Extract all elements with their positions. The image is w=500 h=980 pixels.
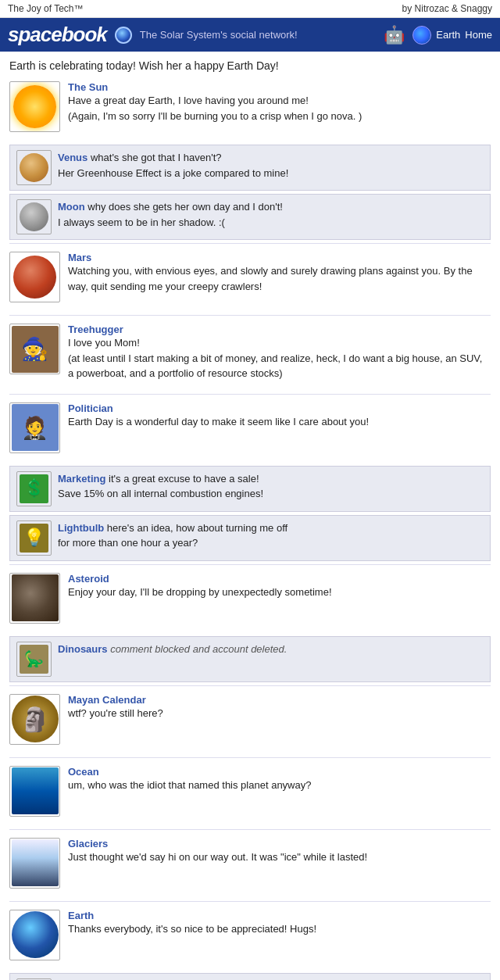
ocean-avatar-img (12, 767, 59, 814)
treehugger-avatar-img: 🧙 (12, 326, 59, 373)
avatar-glaciers (9, 838, 60, 889)
comment-text-venus: what's she got that I haven't?Her Greenh… (58, 152, 288, 179)
site-tagline: The Solar System's social network! (140, 29, 376, 41)
poster-name-glaciers: Glaciers (68, 838, 108, 849)
commenter-marketing: Marketing (58, 473, 105, 485)
comment-marketing: 💲 Marketing it's a great excuse to have … (9, 466, 491, 512)
comment-dinosaurs: 🦕 Dinosaurs comment blocked and account … (9, 636, 491, 682)
comment-body-venus: Venus what's she got that I haven't?Her … (58, 150, 484, 181)
post-politician: 🤵 Politician Earth Day is a wonderful da… (9, 402, 491, 453)
comment-body-lightbulb: Lightbulb here's an idea, how about turn… (58, 520, 484, 551)
site-logo: spacebook (8, 23, 107, 47)
comments-politician: 💲 Marketing it's a great excuse to have … (9, 466, 491, 561)
comment-text-moon: why does she gets her own day and I don'… (58, 201, 283, 228)
page-content: Earth is celebrating today! Wish her a h… (0, 52, 500, 980)
site-header: spacebook The Solar System's social netw… (0, 18, 500, 52)
lightbulb-avatar-img: 💡 (20, 524, 48, 553)
comment-corporation: 🏢 Corporation OK, enough of this, get ba… (9, 973, 491, 981)
comments-asteroid: 🦕 Dinosaurs comment blocked and account … (9, 636, 491, 682)
post-body-glaciers: Glaciers Just thought we'd say hi on our… (68, 838, 491, 865)
comments-sun: Venus what's she got that I haven't?Her … (9, 145, 491, 240)
avatar-ocean (9, 766, 60, 817)
site-credit-left: The Joy of Tech™ (8, 3, 84, 14)
moon-avatar-img (20, 202, 48, 231)
avatar-treehugger: 🧙 (9, 324, 60, 374)
avatar-dinosaurs: 🦕 (16, 642, 52, 677)
avatar-mayan: 🗿 (9, 694, 60, 745)
venus-avatar-img (20, 153, 48, 182)
post-text-ocean: um, who was the idiot that named this pl… (68, 778, 491, 793)
avatar-earth (9, 910, 60, 960)
site-credit-right: by Nitrozac & Snaggy (402, 3, 492, 14)
post-body-earth: Earth Thanks everybody, it's so nice to … (68, 910, 491, 937)
politician-avatar-img: 🤵 (12, 404, 59, 451)
post-body-asteroid: Asteroid Enjoy your day, I'll be droppin… (68, 573, 491, 600)
post-text-asteroid: Enjoy your day, I'll be dropping by unex… (68, 585, 491, 600)
post-text-mars: Watching you, with envious eyes, and slo… (68, 263, 491, 294)
mayan-avatar-img: 🗿 (12, 696, 59, 742)
comment-body-moon: Moon why does she gets her own day and I… (58, 199, 484, 230)
comment-moon: Moon why does she gets her own day and I… (9, 194, 491, 240)
poster-name-politician: Politician (68, 402, 113, 414)
post-glaciers: Glaciers Just thought we'd say hi on our… (9, 838, 491, 889)
post-text-sun: Have a great day Earth, I love having yo… (68, 93, 491, 123)
commenter-dinosaurs: Dinosaurs (58, 643, 108, 655)
site-nav: Earth Home (412, 26, 492, 45)
earth-nav-icon (412, 26, 431, 45)
comment-lightbulb: 💡 Lightbulb here's an idea, how about tu… (9, 515, 491, 561)
marketing-avatar-img: 💲 (20, 474, 48, 503)
comment-venus: Venus what's she got that I haven't?Her … (9, 145, 491, 191)
post-text-glaciers: Just thought we'd say hi on our way out.… (68, 849, 491, 865)
post-body-mayan: Mayan Calendar wtf? you're still here? (68, 694, 491, 721)
avatar-venus (16, 150, 52, 185)
post-treehugger: 🧙 Treehugger I love you Mom! (at least u… (9, 324, 491, 381)
post-mayan: 🗿 Mayan Calendar wtf? you're still here? (9, 694, 491, 745)
comment-text-dinosaurs: comment blocked and account deleted. (110, 643, 287, 655)
nav-earth[interactable]: Earth (436, 29, 460, 41)
comment-body-dinosaurs: Dinosaurs comment blocked and account de… (58, 642, 484, 657)
top-bar: The Joy of Tech™ by Nitrozac & Snaggy (0, 0, 500, 18)
earth-avatar-img (12, 911, 59, 958)
post-sun: The Sun Have a great day Earth, I love h… (9, 81, 491, 132)
post-body-politician: Politician Earth Day is a wonderful day … (68, 402, 491, 430)
poster-name-mayan: Mayan Calendar (68, 694, 146, 706)
avatar-mars (9, 252, 60, 302)
post-body-sun: The Sun Have a great day Earth, I love h… (68, 81, 491, 123)
poster-name-earth: Earth (68, 910, 94, 921)
avatar-marketing: 💲 (16, 471, 52, 506)
post-text-politician: Earth Day is a wonderful day to make it … (68, 414, 491, 430)
avatar-sun (9, 81, 60, 132)
commenter-moon: Moon (58, 201, 85, 213)
comments-earth: 🏢 Corporation OK, enough of this, get ba… (9, 973, 491, 981)
poster-name-ocean: Ocean (68, 766, 99, 778)
post-text-treehugger: I love you Mom! (at least until I start … (68, 335, 491, 381)
post-body-ocean: Ocean um, who was the idiot that named t… (68, 766, 491, 793)
mars-avatar-img (13, 256, 56, 299)
post-text-earth: Thanks everybody, it's so nice to be app… (68, 921, 491, 937)
post-mars: Mars Watching you, with envious eyes, an… (9, 252, 491, 302)
glaciers-avatar-img (12, 839, 59, 886)
post-body-treehugger: Treehugger I love you Mom! (at least unt… (68, 324, 491, 381)
post-body-mars: Mars Watching you, with envious eyes, an… (68, 252, 491, 294)
sun-avatar-img (13, 85, 56, 128)
poster-name-mars: Mars (68, 252, 91, 263)
commenter-lightbulb: Lightbulb (58, 522, 104, 534)
post-text-mayan: wtf? you're still here? (68, 706, 491, 721)
nav-home[interactable]: Home (465, 29, 492, 41)
commenter-venus: Venus (58, 152, 88, 163)
comment-body-marketing: Marketing it's a great excuse to have a … (58, 471, 484, 502)
dino-avatar-img: 🦕 (20, 645, 48, 674)
avatar-politician: 🤵 (9, 402, 60, 453)
post-ocean: Ocean um, who was the idiot that named t… (9, 766, 491, 817)
post-earth: Earth Thanks everybody, it's so nice to … (9, 910, 491, 960)
avatar-lightbulb: 💡 (16, 520, 52, 556)
asteroid-avatar-img (12, 574, 59, 621)
poster-name-asteroid: Asteroid (68, 573, 109, 585)
topbar-left-text: The Joy of Tech™ (8, 3, 84, 14)
avatar-asteroid (9, 573, 60, 624)
status-message: Earth is celebrating today! Wish her a h… (9, 59, 491, 72)
post-asteroid: Asteroid Enjoy your day, I'll be droppin… (9, 573, 491, 624)
logo-orb-icon (115, 27, 132, 44)
avatar-moon (16, 199, 52, 234)
poster-name-sun: The Sun (68, 81, 108, 93)
